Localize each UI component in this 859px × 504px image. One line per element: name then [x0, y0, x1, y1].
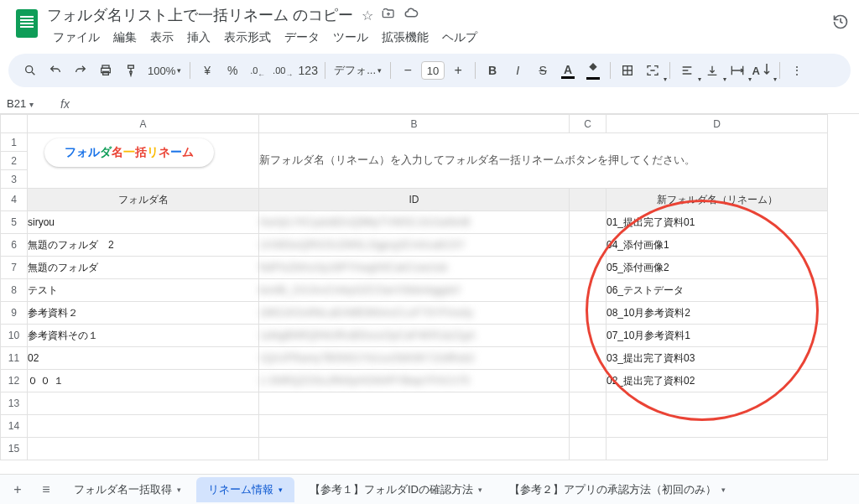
col-header-D[interactable]: D — [607, 115, 828, 133]
row-header[interactable]: 13 — [1, 392, 28, 415]
instruction-text: 新フォルダ名（リネーム）を入力してフォルダ名一括リネームボタンを押してください。 — [259, 154, 695, 166]
row-header[interactable]: 7 — [1, 257, 28, 279]
row-header[interactable]: 2 — [1, 152, 28, 170]
sheets-logo[interactable] — [10, 7, 44, 40]
row-header[interactable]: 12 — [1, 370, 28, 392]
move-icon[interactable] — [382, 7, 395, 23]
sheet-tab[interactable]: 【参考２】アプリの承認方法（初回のみ）▾ — [497, 477, 737, 502]
menu-help[interactable]: ヘルプ — [436, 29, 483, 47]
grid-cell[interactable]: 02_提出完了資料02 — [607, 370, 828, 392]
row-header[interactable]: 9 — [1, 302, 28, 325]
increase-font-button[interactable]: + — [446, 62, 470, 79]
grid-cell[interactable]: XwAjILYKCpdsBZvQ9MyTVWSCJt1GaNmB — [259, 211, 570, 234]
increase-decimal-button[interactable]: .00→ — [271, 59, 294, 82]
menu-view[interactable]: 表示 — [144, 29, 180, 47]
grid-cell[interactable]: ０ ０ １ — [28, 370, 259, 392]
bold-button[interactable]: B — [481, 59, 504, 82]
menu-bar: ファイル 編集 表示 挿入 表示形式 データ ツール 拡張機能 ヘルプ — [47, 29, 832, 47]
grid-cell[interactable]: 04_添付画像1 — [607, 234, 828, 257]
decrease-font-button[interactable]: − — [396, 62, 419, 79]
row-header[interactable]: 5 — [1, 211, 28, 234]
text-wrap-button[interactable] — [726, 59, 749, 82]
grid-cell[interactable]: 01_提出完了資料01 — [607, 211, 828, 234]
svg-point-0 — [26, 66, 33, 73]
decrease-decimal-button[interactable]: .0← — [246, 59, 269, 82]
menu-insert[interactable]: 挿入 — [181, 29, 216, 47]
grid-cell[interactable]: 03_提出完了資料03 — [607, 347, 828, 370]
strikethrough-button[interactable]: S — [531, 59, 554, 82]
vertical-align-button[interactable] — [700, 59, 724, 82]
row-header[interactable]: 14 — [1, 415, 28, 438]
menu-tools[interactable]: ツール — [327, 29, 374, 47]
merge-cells-button[interactable] — [641, 59, 664, 82]
spreadsheet-grid[interactable]: A B C D 1 フォルダ名一括リネーム 新フォルダ名（リネーム）を入力してフ… — [0, 114, 828, 460]
font-size-input[interactable]: 10 — [421, 61, 445, 80]
print-button[interactable] — [94, 59, 117, 82]
col-header-C[interactable]: C — [570, 115, 607, 133]
italic-button[interactable]: I — [506, 59, 529, 82]
grid-cell[interactable]: bonBi_GXJiruCmbyGZCOarVSbbnbggdcf — [259, 279, 570, 302]
grid-cell[interactable]: テスト — [28, 279, 259, 302]
font-dropdown[interactable]: デフォ...▾ — [331, 59, 385, 82]
row-header[interactable]: 10 — [1, 325, 28, 347]
currency-button[interactable]: ¥ — [195, 59, 219, 82]
text-rotation-button[interactable]: A — [751, 59, 774, 82]
star-icon[interactable]: ☆ — [362, 8, 373, 23]
undo-button[interactable] — [44, 59, 67, 82]
row-header[interactable]: 1 — [1, 133, 28, 152]
grid-cell[interactable]: 参考資料その１ — [28, 325, 259, 347]
menu-edit[interactable]: 編集 — [107, 29, 143, 47]
sheet-list-button[interactable]: ≡ — [34, 482, 59, 497]
menu-data[interactable]: データ — [279, 29, 325, 47]
grid-cell[interactable]: 1A3tEbsQRGOLEMSL2tgprg3Cmhca81SY — [259, 234, 570, 257]
row-header[interactable]: 3 — [1, 170, 28, 189]
col-header-B[interactable]: B — [259, 115, 570, 133]
grid-cell[interactable]: 1aNgBNRQfHk3RuBDsosOpCaF4KRJa22gA — [259, 325, 570, 347]
grid-cell[interactable]: 1MG1KGsRbLaEAMEWtimsCLsF7SYFmstly — [259, 302, 570, 325]
history-icon[interactable] — [832, 13, 849, 34]
grid-cell[interactable]: 08_10月参考資料2 — [607, 302, 828, 325]
borders-button[interactable] — [616, 59, 639, 82]
grid-cell[interactable]: siryou — [28, 211, 259, 234]
number-format-button[interactable]: 123 — [296, 59, 320, 82]
row-header[interactable]: 6 — [1, 234, 28, 257]
svg-rect-3 — [103, 71, 109, 75]
redo-button[interactable] — [69, 59, 92, 82]
search-icon[interactable] — [18, 59, 42, 82]
sheet-tab[interactable]: リネーム情報▾ — [196, 477, 294, 502]
grid-cell[interactable]: 07_10月参考資料1 — [607, 325, 828, 347]
grid-cell[interactable]: 05_添付画像2 — [607, 257, 828, 279]
grid-cell[interactable]: 1QAJFRamy7BSN01Yb1suObK0K7J2dRob2 — [259, 347, 570, 370]
grid-cell[interactable]: 06_テストデータ — [607, 279, 828, 302]
percent-button[interactable]: % — [221, 59, 244, 82]
menu-extensions[interactable]: 拡張機能 — [376, 29, 435, 47]
fx-icon: fx — [60, 97, 70, 111]
row-header[interactable]: 8 — [1, 279, 28, 302]
grid-cell[interactable]: 1-SNRQZOSsJRk5yHGNHPYBwpYFACn70 — [259, 370, 570, 392]
menu-format[interactable]: 表示形式 — [218, 29, 277, 47]
grid-cell[interactable]: NdFfsZbfnsXp18PYhwgHilCakCswclub — [259, 257, 570, 279]
doc-title[interactable]: フォルダ名リスト上で一括リネーム のコピー — [47, 5, 353, 25]
row-header[interactable]: 4 — [1, 189, 28, 211]
horizontal-align-button[interactable] — [675, 59, 699, 82]
select-all-corner[interactable] — [1, 115, 28, 133]
text-color-button[interactable]: A — [556, 59, 580, 82]
sheet-tab[interactable]: 【参考１】フォルダIDの確認方法▾ — [298, 477, 494, 502]
more-toolbar-button[interactable]: ⋮ — [785, 59, 809, 82]
cloud-saved-icon[interactable] — [403, 6, 419, 24]
zoom-dropdown[interactable]: 100%▾ — [144, 59, 185, 82]
fill-color-button[interactable] — [581, 59, 605, 82]
menu-file[interactable]: ファイル — [47, 29, 106, 47]
col-header-A[interactable]: A — [28, 115, 259, 133]
row-header[interactable]: 11 — [1, 347, 28, 370]
grid-cell[interactable]: 無題のフォルダ 2 — [28, 234, 259, 257]
rename-button[interactable]: フォルダ名一括リネーム — [44, 138, 214, 167]
row-header[interactable]: 15 — [1, 438, 28, 460]
add-sheet-button[interactable]: + — [5, 482, 30, 497]
sheet-tab[interactable]: フォルダ名一括取得▾ — [62, 477, 193, 502]
cell-ref-box[interactable]: B21 ▾ — [0, 97, 52, 110]
grid-cell[interactable]: 無題のフォルダ — [28, 257, 259, 279]
grid-cell[interactable]: 02 — [28, 347, 259, 370]
grid-cell[interactable]: 参考資料２ — [28, 302, 259, 325]
paint-format-button[interactable] — [119, 59, 143, 82]
